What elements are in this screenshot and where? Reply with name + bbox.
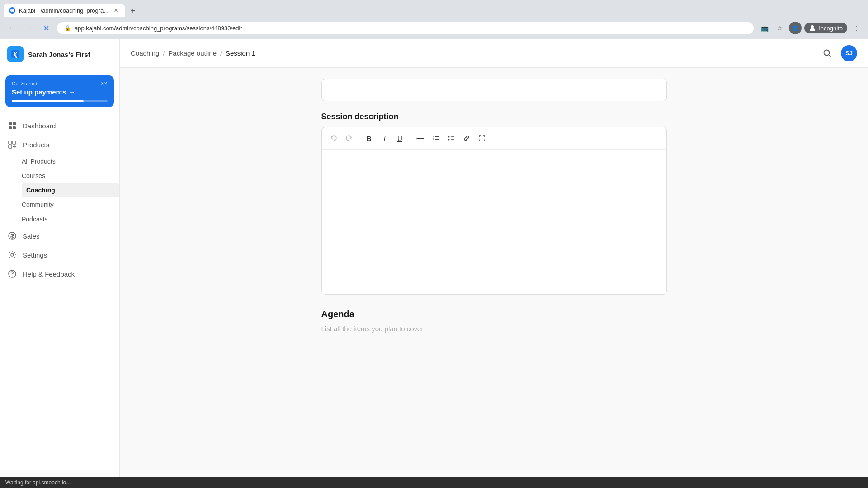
svg-rect-7: [9, 141, 12, 144]
editor-body[interactable]: [322, 150, 666, 294]
svg-rect-6: [13, 126, 16, 129]
topbar: Coaching / Package outline / Session 1 S…: [120, 39, 868, 68]
toolbar-sep-2: [410, 134, 410, 143]
incognito-button[interactable]: Incognito: [804, 23, 847, 33]
browser-chrome: Kajabi - /admin/coaching_progra... ✕ + ←…: [0, 0, 868, 39]
bookmark-icon[interactable]: ☆: [774, 22, 786, 34]
cast-icon[interactable]: 📺: [758, 22, 771, 34]
svg-point-1: [811, 25, 814, 28]
svg-point-0: [10, 9, 14, 12]
settings-label: Settings: [23, 251, 112, 259]
breadcrumb-sep-1: /: [163, 50, 165, 57]
menu-icon[interactable]: ⋮: [850, 22, 863, 34]
ordered-list-button[interactable]: 1. 2.: [429, 131, 443, 145]
agenda-section: Agenda List all the items you plan to co…: [321, 309, 667, 333]
svg-rect-3: [9, 122, 12, 125]
sidebar-logo: [7, 46, 24, 62]
get-started-progress-fill: [12, 100, 84, 102]
browser-actions: 📺 ☆ 👤 Incognito ⋮: [758, 22, 863, 34]
sidebar-item-help[interactable]: Help & Feedback: [0, 264, 119, 283]
editor-container: B I U — 1. 2.: [321, 127, 667, 295]
incognito-label: Incognito: [819, 25, 843, 32]
editor-toolbar: B I U — 1. 2.: [322, 127, 666, 150]
app-layout: Sarah Jonas's First Get Started 3/4 Set …: [0, 39, 868, 477]
get-started-progress-bar: [12, 100, 108, 102]
forward-button[interactable]: →: [23, 22, 35, 34]
sidebar-item-settings[interactable]: Settings: [0, 245, 119, 264]
svg-point-19: [448, 136, 449, 138]
security-icon: 🔒: [64, 25, 71, 31]
back-button[interactable]: ←: [5, 22, 18, 34]
tab-title: Kajabi - /admin/coaching_progra...: [19, 7, 108, 14]
browser-tab-active[interactable]: Kajabi - /admin/coaching_progra... ✕: [4, 4, 125, 17]
bold-button[interactable]: B: [362, 131, 377, 145]
fullscreen-button[interactable]: [475, 131, 489, 145]
sidebar-sub-community[interactable]: Community: [22, 197, 119, 212]
help-label: Help & Feedback: [23, 270, 112, 278]
session-title-input[interactable]: [321, 79, 667, 101]
italic-button[interactable]: I: [377, 131, 392, 145]
get-started-label: Get Started 3/4: [12, 81, 108, 86]
url-text: app.kajabi.com/admin/coaching_programs/s…: [75, 25, 242, 32]
sales-label: Sales: [23, 232, 112, 240]
search-button[interactable]: [819, 45, 835, 61]
svg-point-11: [11, 253, 14, 256]
get-started-card[interactable]: Get Started 3/4 Set up payments →: [5, 75, 114, 107]
get-started-action: Set up payments →: [12, 88, 108, 96]
content-inner: Session description: [300, 68, 689, 354]
sidebar-sub-courses[interactable]: Courses: [22, 169, 119, 183]
svg-rect-9: [9, 145, 12, 148]
sales-icon: [7, 231, 17, 241]
breadcrumb-coaching[interactable]: Coaching: [131, 49, 159, 57]
status-text: Waiting for api.smooch.io...: [5, 479, 71, 486]
link-button[interactable]: [459, 131, 474, 145]
sidebar-sub-podcasts[interactable]: Podcasts: [22, 212, 119, 226]
status-bar: Waiting for api.smooch.io...: [0, 477, 868, 488]
svg-point-13: [12, 276, 13, 277]
svg-rect-5: [9, 126, 12, 129]
sidebar-scroll: Get Started 3/4 Set up payments →: [0, 70, 119, 477]
redo-button[interactable]: [342, 131, 356, 145]
breadcrumb: Coaching / Package outline / Session 1: [131, 49, 819, 57]
sidebar-item-dashboard[interactable]: Dashboard: [0, 116, 119, 135]
profile-icon[interactable]: 👤: [789, 22, 802, 34]
settings-icon: [7, 250, 17, 260]
avatar[interactable]: SJ: [841, 45, 857, 61]
breadcrumb-sep-2: /: [220, 50, 222, 57]
browser-tabs: Kajabi - /admin/coaching_progra... ✕ +: [0, 0, 868, 17]
svg-point-20: [448, 139, 449, 141]
sidebar: Sarah Jonas's First Get Started 3/4 Set …: [0, 39, 120, 477]
unordered-list-button[interactable]: [444, 131, 458, 145]
session-description-label: Session description: [321, 112, 667, 122]
sidebar-item-sales[interactable]: Sales: [0, 226, 119, 245]
products-label: Products: [23, 141, 112, 149]
undo-button[interactable]: [326, 131, 341, 145]
svg-rect-8: [13, 141, 16, 144]
svg-rect-4: [13, 122, 16, 125]
agenda-placeholder-text: List all the items you plan to cover: [321, 325, 667, 333]
address-bar[interactable]: 🔒 app.kajabi.com/admin/coaching_programs…: [57, 22, 754, 34]
reload-button[interactable]: ✕: [40, 22, 52, 34]
dashboard-label: Dashboard: [23, 122, 112, 130]
sidebar-header: Sarah Jonas's First: [0, 39, 119, 70]
new-tab-button[interactable]: +: [127, 5, 139, 17]
sidebar-item-products[interactable]: Products: [0, 135, 119, 154]
breadcrumb-session1: Session 1: [226, 49, 255, 57]
agenda-label: Agenda: [321, 309, 667, 319]
tab-close-button[interactable]: ✕: [112, 7, 119, 14]
underline-button[interactable]: U: [393, 131, 407, 145]
help-icon: [7, 269, 17, 279]
sidebar-sub-all-products[interactable]: All Products: [22, 154, 119, 169]
browser-address-bar: ← → ✕ 🔒 app.kajabi.com/admin/coaching_pr…: [0, 17, 868, 39]
sidebar-nav: Dashboard Products: [0, 113, 119, 287]
dashboard-icon: [7, 121, 17, 131]
tab-favicon: [9, 7, 15, 14]
sidebar-brand: Sarah Jonas's First: [28, 51, 90, 58]
products-sub-menu: All Products Courses Coaching Community …: [22, 154, 119, 226]
sidebar-sub-coaching[interactable]: Coaching: [22, 183, 119, 197]
breadcrumb-package-outline[interactable]: Package outline: [168, 49, 217, 57]
svg-text:2.: 2.: [433, 138, 435, 141]
products-icon: [7, 140, 17, 150]
topbar-actions: SJ: [819, 45, 857, 61]
hr-button[interactable]: —: [413, 131, 428, 145]
